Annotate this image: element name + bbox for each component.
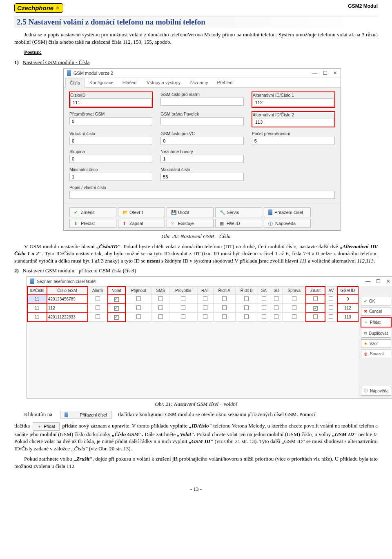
tab-hlaseni[interactable]: Hlášení	[118, 78, 142, 87]
checkbox[interactable]	[114, 306, 119, 311]
checkbox[interactable]	[203, 296, 207, 301]
input-pocet[interactable]	[252, 137, 335, 145]
col-volat[interactable]: Volat	[108, 287, 125, 295]
checkbox[interactable]	[244, 296, 249, 301]
tab-prehled[interactable]: Přehled	[213, 78, 236, 87]
zmenit-button[interactable]: ✔Změnit	[69, 207, 116, 217]
checkbox[interactable]	[329, 305, 333, 310]
hwid-button[interactable]: ▦HW-ID	[215, 219, 262, 228]
col-sb[interactable]: SB	[270, 287, 282, 295]
checkbox[interactable]	[96, 305, 100, 310]
input-alt1[interactable]	[253, 98, 334, 107]
input-nezname[interactable]	[160, 155, 243, 163]
checkbox[interactable]	[274, 296, 278, 301]
close-button[interactable]: ✕	[333, 70, 337, 76]
checkbox[interactable]	[96, 296, 100, 301]
pridat-button[interactable]: ＋Přidat	[361, 317, 391, 327]
minimize-button[interactable]: —	[312, 70, 317, 76]
checkbox[interactable]	[222, 314, 227, 319]
maximize-button[interactable]: ☐	[323, 70, 327, 76]
input-brana[interactable]	[160, 117, 243, 125]
ok-button[interactable]: ✔OK	[361, 297, 391, 305]
checkbox[interactable]	[292, 314, 296, 319]
col-id[interactable]: ID/Číslo	[27, 287, 47, 295]
col-riditb[interactable]: Řídit B	[235, 287, 258, 295]
table-row[interactable]: 11112112	[27, 304, 359, 313]
checkbox[interactable]	[292, 305, 296, 310]
input-presmerovat[interactable]	[69, 117, 152, 125]
checkbox[interactable]	[222, 305, 227, 310]
precist-button[interactable]: ⬇Přečíst	[69, 219, 116, 228]
checkbox[interactable]	[114, 315, 119, 320]
checkbox[interactable]	[244, 305, 249, 310]
checkbox[interactable]	[292, 296, 296, 301]
tab-cisla[interactable]: Čísla	[65, 78, 85, 88]
input-popis[interactable]	[69, 191, 335, 199]
napoveda-button[interactable]: ⓘNápověda	[361, 386, 391, 396]
duplikovat-button[interactable]: ⧉Duplikovat	[361, 329, 391, 338]
input-max[interactable]	[160, 173, 243, 181]
checkbox[interactable]	[114, 297, 119, 302]
col-sa[interactable]: SA	[258, 287, 270, 295]
cancel-button[interactable]: ✖Cancel	[361, 307, 391, 316]
col-ridita[interactable]: Řídit A	[213, 287, 235, 295]
col-av[interactable]: AV	[325, 287, 337, 295]
input-virt[interactable]	[69, 137, 152, 145]
checkbox[interactable]	[329, 296, 333, 301]
vzor-button[interactable]: ★Vzor	[361, 339, 391, 348]
checkbox[interactable]	[313, 296, 318, 301]
checkbox[interactable]	[136, 305, 141, 310]
tab-konfigurace[interactable]: Konfigurace	[85, 78, 118, 87]
col-gsmid[interactable]: GSM ID	[337, 287, 359, 295]
col-sprava[interactable]: Správa	[283, 287, 306, 295]
checkbox[interactable]	[262, 305, 266, 310]
ulozit-button[interactable]: 💾Uložit	[167, 207, 214, 217]
col-gsm[interactable]: Číslo GSM	[47, 287, 88, 295]
napoveda-button[interactable]: ⓘNápověda	[264, 219, 311, 228]
input-gsm-alarm[interactable]	[160, 98, 243, 106]
checkbox[interactable]	[181, 305, 185, 310]
tab-vstupy-vystupy[interactable]: Vstupy a výstupy	[143, 78, 185, 87]
input-cislo-id[interactable]	[70, 98, 151, 107]
input-skupina[interactable]	[69, 155, 152, 163]
checkbox[interactable]	[158, 314, 163, 319]
checkbox[interactable]	[274, 314, 278, 319]
inline-pridat-button[interactable]: ＋Přidat	[33, 422, 59, 430]
col-alarm[interactable]: Alarm	[88, 287, 108, 295]
existuje-button[interactable]: ?Existuje	[167, 219, 214, 228]
input-min[interactable]	[69, 173, 152, 181]
maximize-button[interactable]: ☐	[376, 278, 381, 284]
col-prijmout[interactable]: Přijmout	[125, 287, 152, 295]
col-provolba[interactable]: Provolba	[169, 287, 197, 295]
checkbox[interactable]	[158, 305, 163, 310]
input-alt2[interactable]	[253, 118, 334, 126]
checkbox[interactable]	[222, 296, 227, 301]
checkbox[interactable]	[136, 314, 141, 319]
otevrit-button[interactable]: 📂Otevřít	[118, 207, 165, 217]
tab-zaznamy[interactable]: Záznamy	[185, 78, 212, 87]
servis-button[interactable]: 🔧Servis	[215, 207, 262, 217]
minimize-button[interactable]: —	[365, 278, 370, 284]
col-rat[interactable]: RAT	[197, 287, 213, 295]
checkbox[interactable]	[262, 314, 266, 319]
table-row[interactable]: 11420111222333113	[27, 313, 359, 322]
col-sms[interactable]: SMS	[152, 287, 169, 295]
table-row[interactable]: 114201234567890	[27, 295, 359, 304]
checkbox[interactable]	[313, 314, 318, 319]
checkbox[interactable]	[313, 306, 318, 311]
checkbox[interactable]	[203, 305, 207, 310]
inline-prirazeni-button[interactable]: Přiřazení čísel	[60, 411, 111, 419]
checkbox[interactable]	[96, 314, 100, 319]
checkbox[interactable]	[181, 314, 185, 319]
checkbox[interactable]	[136, 296, 141, 301]
smazat-button[interactable]: 🗑Smazat	[361, 350, 391, 358]
checkbox[interactable]	[158, 296, 163, 301]
close-button[interactable]: ✕	[386, 278, 390, 284]
checkbox[interactable]	[262, 296, 266, 301]
checkbox[interactable]	[274, 305, 278, 310]
prirazeni-button[interactable]: Přiřazení čísel	[264, 207, 311, 217]
col-zrusit[interactable]: Zrušit	[306, 287, 325, 295]
input-vc[interactable]	[160, 137, 243, 145]
checkbox[interactable]	[181, 296, 185, 301]
checkbox[interactable]	[244, 314, 249, 319]
